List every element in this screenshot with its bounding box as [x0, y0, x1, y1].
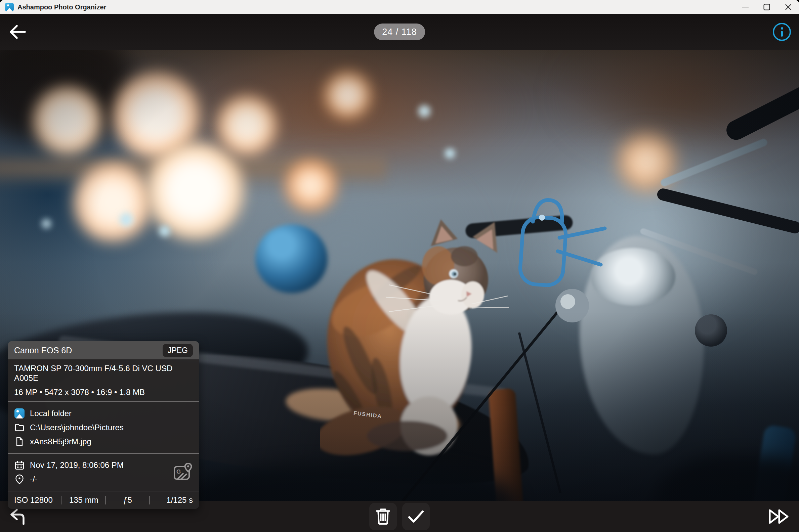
format-badge: JPEG [163, 344, 193, 357]
location-pin-icon [14, 474, 25, 484]
folder-path: C:\Users\johndoe\Pictures [30, 423, 124, 432]
close-button[interactable] [778, 0, 799, 14]
photo-counter: 24 / 118 [374, 23, 425, 40]
svg-text:G: G [176, 469, 181, 475]
shutter-speed-value: 1/125 s [150, 495, 193, 505]
aperture-value: ƒ5 [106, 495, 149, 505]
skip-forward-button[interactable] [767, 507, 791, 526]
fast-forward-icon [768, 508, 790, 525]
exposure-stats-row: ISO 12800 135 mm ƒ5 1/125 s [8, 491, 199, 509]
map-icon: G [173, 463, 193, 480]
file-icon [14, 437, 25, 447]
close-icon [785, 4, 792, 11]
source-row: Local folder [14, 406, 193, 420]
exif-body: TAMRON SP 70-300mm F/4-5.6 Di VC USD A00… [8, 359, 199, 509]
minimize-icon [742, 3, 749, 11]
info-icon [781, 27, 783, 30]
back-arrow-icon [8, 24, 27, 40]
date-taken: Nov 17, 2019, 8:06:06 PM [30, 460, 124, 470]
back-button[interactable] [7, 23, 27, 41]
gps-coordinates: -/- [30, 475, 38, 484]
app-window: FUSHIDA Ashampoo Photo Organizer [0, 0, 799, 532]
image-specs: 16 MP • 5472 x 3078 • 16:9 • 1.8 MB [14, 387, 193, 397]
review-actions [369, 503, 430, 530]
source-label: Local folder [30, 409, 72, 418]
undo-arrow-icon [10, 508, 27, 525]
exif-info-panel: Canon EOS 6D JPEG TAMRON SP 70-300mm F/4… [8, 341, 199, 509]
iso-value: ISO 12800 [14, 495, 61, 505]
date-location-section: Nov 17, 2019, 8:06:06 PM -/- [8, 454, 199, 491]
exif-header: Canon EOS 6D JPEG [8, 341, 199, 359]
folder-path-row: C:\Users\johndoe\Pictures [14, 420, 193, 435]
location-row: -/- [14, 472, 193, 486]
lens-section: TAMRON SP 70-300mm F/4-5.6 Di VC USD A00… [8, 359, 199, 401]
date-row: Nov 17, 2019, 8:06:06 PM [14, 458, 193, 472]
undo-button[interactable] [8, 507, 29, 526]
trash-icon [376, 508, 390, 525]
source-section: Local folder C:\Users\johndoe\Pictures [8, 402, 199, 453]
keep-button[interactable] [402, 503, 430, 530]
maximize-icon [763, 4, 770, 11]
maximize-button[interactable] [756, 0, 778, 14]
minimize-button[interactable] [735, 0, 756, 14]
calendar-icon [14, 460, 25, 470]
info-button[interactable] [773, 23, 791, 41]
focal-length-value: 135 mm [62, 495, 105, 505]
camera-model: Canon EOS 6D [14, 346, 72, 355]
window-title: Ashampoo Photo Organizer [17, 3, 106, 11]
file-name-row: xAns8H5j9rM.jpg [14, 435, 193, 449]
delete-button[interactable] [369, 503, 397, 530]
lens-name: TAMRON SP 70-300mm F/4-5.6 Di VC USD A00… [14, 364, 193, 383]
open-map-button[interactable]: G [173, 463, 193, 482]
checkmark-icon [408, 510, 424, 523]
top-toolbar: 24 / 118 [0, 14, 799, 50]
local-folder-icon [14, 408, 25, 418]
folder-icon [14, 423, 25, 432]
file-name: xAns8H5j9rM.jpg [30, 437, 91, 446]
window-controls [735, 0, 799, 14]
app-logo-icon [5, 3, 14, 12]
titlebar: Ashampoo Photo Organizer [0, 0, 799, 14]
